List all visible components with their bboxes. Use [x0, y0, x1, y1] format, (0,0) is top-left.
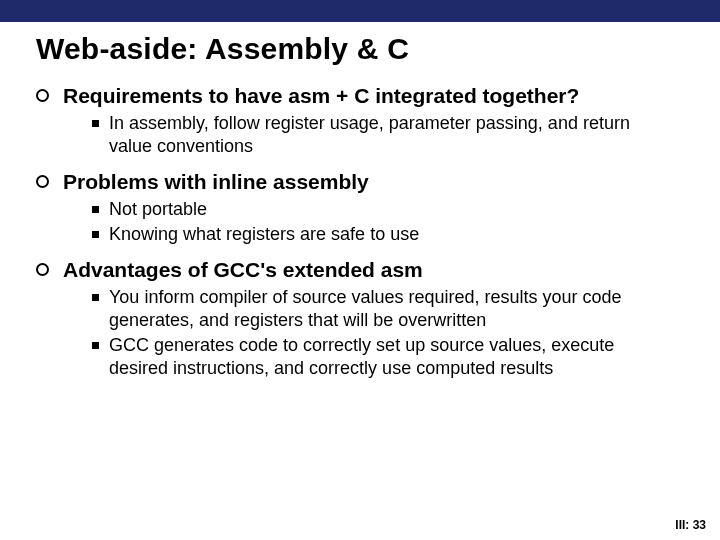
sub-item: You inform compiler of source values req…: [92, 286, 684, 332]
circle-bullet-icon: [36, 263, 49, 276]
slide-number: III: 33: [675, 518, 706, 532]
sub-list: Not portable Knowing what registers are …: [92, 198, 684, 246]
sub-item: GCC generates code to correctly set up s…: [92, 334, 684, 380]
section-heading: Requirements to have asm + C integrated …: [63, 84, 579, 108]
sub-list: You inform compiler of source values req…: [92, 286, 684, 380]
circle-bullet-icon: [36, 89, 49, 102]
sub-text: In assembly, follow register usage, para…: [109, 112, 669, 158]
section-row: Requirements to have asm + C integrated …: [36, 84, 684, 108]
sub-item: Not portable: [92, 198, 684, 221]
sub-list: In assembly, follow register usage, para…: [92, 112, 684, 158]
square-bullet-icon: [92, 120, 99, 127]
square-bullet-icon: [92, 342, 99, 349]
sub-text: Knowing what registers are safe to use: [109, 223, 419, 246]
section-row: Advantages of GCC's extended asm: [36, 258, 684, 282]
section-heading: Problems with inline assembly: [63, 170, 369, 194]
sub-item: In assembly, follow register usage, para…: [92, 112, 684, 158]
section-row: Problems with inline assembly: [36, 170, 684, 194]
sub-item: Knowing what registers are safe to use: [92, 223, 684, 246]
slide-title: Web-aside: Assembly & C: [36, 32, 684, 66]
circle-bullet-icon: [36, 175, 49, 188]
section-heading: Advantages of GCC's extended asm: [63, 258, 423, 282]
square-bullet-icon: [92, 206, 99, 213]
slide-body: Web-aside: Assembly & C Requirements to …: [0, 22, 720, 380]
sub-text: GCC generates code to correctly set up s…: [109, 334, 669, 380]
sub-text: You inform compiler of source values req…: [109, 286, 669, 332]
sub-text: Not portable: [109, 198, 207, 221]
square-bullet-icon: [92, 231, 99, 238]
square-bullet-icon: [92, 294, 99, 301]
header-bar: [0, 0, 720, 22]
